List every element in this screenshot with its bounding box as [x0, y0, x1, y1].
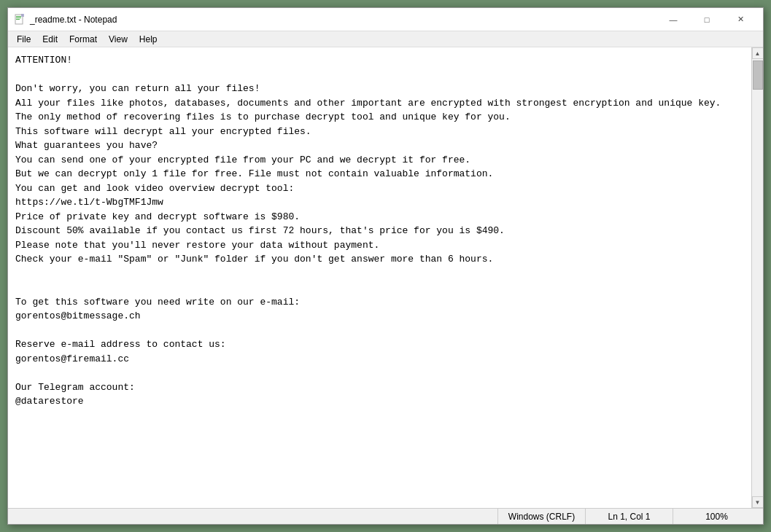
scroll-down-arrow[interactable]: ▼ — [752, 496, 764, 508]
editor-area: ATTENTION! Don't worry, you can return a… — [8, 47, 763, 508]
menu-edit[interactable]: Edit — [36, 33, 63, 46]
title-bar: _readme.txt - Notepad — □ ✕ — [8, 8, 763, 31]
scroll-track — [752, 59, 763, 496]
menu-bar: File Edit Format View Help — [8, 31, 763, 47]
menu-file[interactable]: File — [11, 33, 36, 46]
notepad-window: _readme.txt - Notepad — □ ✕ File Edit Fo… — [7, 7, 764, 525]
menu-help[interactable]: Help — [133, 33, 163, 46]
restore-button[interactable]: □ — [690, 8, 724, 31]
status-encoding: Windows (CRLF) — [497, 509, 585, 524]
scroll-up-arrow[interactable]: ▲ — [752, 47, 764, 59]
svg-rect-2 — [16, 17, 21, 18]
window-controls: — □ ✕ — [656, 8, 757, 31]
status-zoom: 100% — [673, 509, 760, 524]
svg-rect-3 — [16, 19, 20, 20]
menu-view[interactable]: View — [103, 33, 133, 46]
minimize-button[interactable]: — — [656, 8, 690, 31]
status-position: Ln 1, Col 1 — [585, 509, 673, 524]
window-title: _readme.txt - Notepad — [30, 15, 656, 25]
close-button[interactable]: ✕ — [724, 8, 757, 31]
menu-format[interactable]: Format — [63, 33, 103, 46]
status-empty — [11, 509, 497, 524]
svg-rect-1 — [16, 16, 21, 17]
text-editor[interactable]: ATTENTION! Don't worry, you can return a… — [8, 47, 751, 508]
app-icon — [14, 14, 26, 26]
vertical-scrollbar[interactable]: ▲ ▼ — [751, 47, 763, 508]
scroll-thumb[interactable] — [753, 60, 763, 90]
status-bar: Windows (CRLF) Ln 1, Col 1 100% — [8, 508, 763, 524]
